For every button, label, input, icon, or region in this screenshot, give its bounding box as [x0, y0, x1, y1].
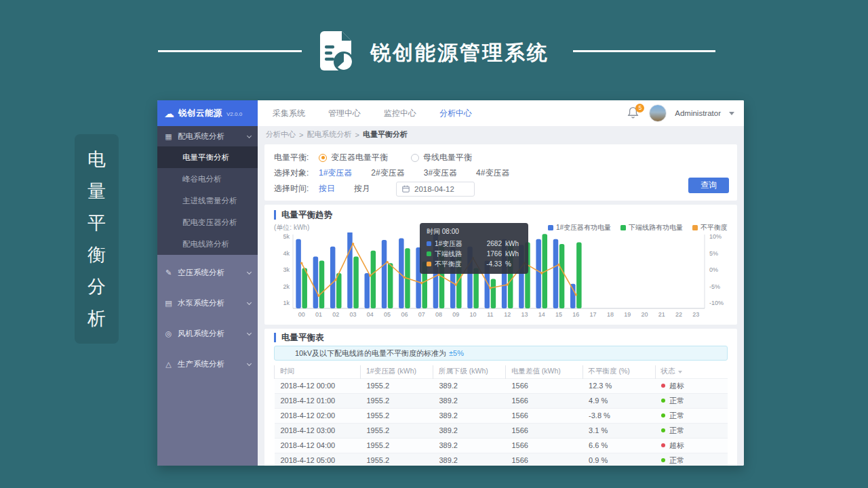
table-row[interactable]: 2018-4-12 04:001955.2389.215666.6 %超标: [275, 438, 728, 453]
radio-label: 母线电量平衡: [423, 152, 472, 163]
radio-option-变压器电量平衡[interactable]: 变压器电量平衡: [319, 152, 388, 163]
app-logo[interactable]: ☁ 锐创云能源 V2.0.0: [157, 100, 258, 126]
radio-label: 变压器电量平衡: [331, 152, 388, 163]
svg-text:12: 12: [504, 311, 511, 318]
status-text: 正常: [669, 456, 684, 464]
legend-item-不平衡度[interactable]: 不平衡度: [692, 223, 728, 232]
tab-采集系统[interactable]: 采集系统: [273, 108, 305, 119]
sidebar-menu-collapsed: ✎空压系统分析▤水泵系统分析◎风机系统分析△生产系统分析: [157, 255, 258, 466]
svg-text:5k: 5k: [283, 233, 290, 240]
svg-text:18: 18: [607, 311, 614, 318]
tooltip-label: 1#变压器: [435, 239, 462, 249]
svg-text:2k: 2k: [283, 283, 290, 290]
time-mode-按日[interactable]: 按日: [319, 184, 335, 193]
breadcrumb-item[interactable]: 分析中心: [266, 129, 296, 140]
legend-item-1#变压器有功电量[interactable]: 1#变压器有功电量: [548, 223, 611, 232]
production-icon: △: [164, 360, 173, 369]
chevron-down-icon: [247, 270, 252, 274]
user-menu-caret-icon[interactable]: [729, 112, 734, 115]
table-row[interactable]: 2018-4-12 03:001955.2389.215663.1 %正常: [275, 423, 728, 438]
breadcrumb-item[interactable]: 配电系统分析: [307, 129, 351, 140]
sort-caret-icon: [678, 371, 682, 373]
cell-downstream: 389.2: [433, 438, 505, 453]
sidebar-group-配电系统分析[interactable]: ▦配电系统分析: [157, 126, 258, 146]
slide-background: 锐创能源管理系统 电量平衡分析 ☁ 锐创云能源 V2.0.0 ▦配电系统分析电量…: [0, 0, 868, 488]
notification-badge: 5: [635, 104, 644, 113]
svg-text:3k: 3k: [283, 266, 290, 273]
status-text: 正常: [669, 426, 684, 434]
cell-transformer: 1955.2: [361, 438, 433, 453]
tab-分析中心[interactable]: 分析中心: [439, 108, 472, 119]
notification-bell[interactable]: 5: [627, 106, 641, 120]
svg-text:02: 02: [332, 311, 339, 318]
cloud-icon: ☁: [164, 108, 174, 119]
sidebar-item-峰谷电分析[interactable]: 峰谷电分析: [157, 168, 258, 190]
tooltip-time: 时间 08:00: [427, 227, 521, 237]
slide-title: 锐创能源管理系统: [370, 39, 549, 67]
section-label-char: 量: [87, 179, 106, 203]
table-row[interactable]: 2018-4-12 01:001955.2389.215664.9 %正常: [275, 393, 728, 408]
object-option-3#变压器[interactable]: 3#变压器: [424, 168, 457, 178]
status-text: 正常: [669, 396, 684, 405]
sidebar-group-生产系统分析[interactable]: △生产系统分析: [157, 349, 258, 380]
user-avatar[interactable]: [649, 104, 667, 122]
column-header-状态[interactable]: 状态: [655, 365, 728, 378]
column-header-不平衡度 (%): 不平衡度 (%): [583, 365, 655, 378]
tooltip-swatch: [427, 251, 431, 256]
object-label: 选择对象:: [274, 167, 319, 179]
object-option-4#变压器[interactable]: 4#变压器: [476, 168, 509, 178]
sidebar-item-电量平衡分析[interactable]: 电量平衡分析: [157, 146, 258, 168]
legend-item-下端线路有功电量[interactable]: 下端线路有功电量: [620, 223, 683, 232]
svg-text:21: 21: [658, 311, 665, 318]
legend-swatch: [692, 225, 698, 230]
sidebar-item-配电线路分析[interactable]: 配电线路分析: [157, 233, 258, 255]
svg-text:13: 13: [521, 311, 528, 318]
radio-option-母线电量平衡[interactable]: 母线电量平衡: [411, 152, 472, 163]
legend-label: 下端线路有功电量: [629, 223, 683, 232]
sidebar-item-配电变压器分析[interactable]: 配电变压器分析: [157, 211, 258, 233]
sidebar-item-主进线需量分析[interactable]: 主进线需量分析: [157, 190, 258, 211]
svg-text:15: 15: [555, 311, 562, 318]
sidebar-group-水泵系统分析[interactable]: ▤水泵系统分析: [157, 288, 258, 319]
tab-管理中心[interactable]: 管理中心: [328, 108, 361, 119]
table-row[interactable]: 2018-4-12 05:001955.2389.215660.9 %正常: [275, 453, 728, 466]
query-button[interactable]: 查询: [688, 178, 729, 193]
radio-icon: [411, 154, 419, 162]
object-option-1#变压器[interactable]: 1#变压器: [319, 168, 352, 178]
decorative-line-right: [573, 50, 715, 52]
cell-diff: 1566: [505, 453, 583, 466]
breadcrumb-item[interactable]: 电量平衡分析: [363, 129, 408, 140]
cell-transformer: 1955.2: [361, 393, 433, 408]
table-row[interactable]: 2018-4-12 02:001955.2389.21566-3.8 %正常: [275, 408, 728, 423]
cell-status: 正常: [655, 453, 728, 466]
svg-text:-5%: -5%: [709, 283, 720, 290]
cell-status: 超标: [655, 438, 728, 453]
chart-plot-area: 5k4k3k2k1k10%5%0%-5%-10%0001020304050607…: [274, 232, 728, 323]
sidebar-group-空压系统分析[interactable]: ✎空压系统分析: [157, 258, 258, 288]
svg-text:10%: 10%: [709, 233, 722, 240]
time-mode-按月[interactable]: 按月: [354, 184, 370, 193]
chevron-down-icon: [247, 331, 252, 336]
cell-time: 2018-4-12 01:00: [275, 393, 361, 408]
svg-text:10: 10: [470, 311, 477, 318]
decorative-line-left: [158, 50, 302, 52]
sidebar-group-label: 生产系统分析: [178, 359, 224, 369]
app-logo-version: V2.0.0: [226, 111, 242, 117]
table-row[interactable]: 2018-4-12 00:001955.2389.2156612.3 %超标: [275, 378, 728, 393]
cell-diff: 1566: [505, 423, 583, 438]
chart-panel: 电量平衡趋势 (单位: kWh) 1#变压器有功电量下端线路有功电量不平衡度 5…: [264, 205, 737, 325]
object-option-2#变压器[interactable]: 2#变压器: [371, 168, 404, 178]
date-picker[interactable]: 2018-04-12: [396, 182, 475, 197]
sidebar-group-风机系统分析[interactable]: ◎风机系统分析: [157, 319, 258, 349]
sidebar: ☁ 锐创云能源 V2.0.0 ▦配电系统分析电量平衡分析峰谷电分析主进线需量分析…: [157, 100, 258, 466]
tooltip-value: -4.33: [486, 259, 502, 269]
cell-diff: 1566: [505, 408, 583, 423]
tooltip-value: 1766: [487, 249, 502, 259]
tab-监控中心[interactable]: 监控中心: [384, 108, 416, 119]
legend-swatch: [548, 225, 553, 230]
app-window: ☁ 锐创云能源 V2.0.0 ▦配电系统分析电量平衡分析峰谷电分析主进线需量分析…: [157, 100, 744, 466]
document-pie-icon: [319, 30, 355, 73]
column-header-电量差值 (kWh): 电量差值 (kWh): [505, 365, 583, 378]
svg-text:00: 00: [298, 311, 305, 318]
chart-unit: (单位: kWh): [274, 223, 309, 232]
